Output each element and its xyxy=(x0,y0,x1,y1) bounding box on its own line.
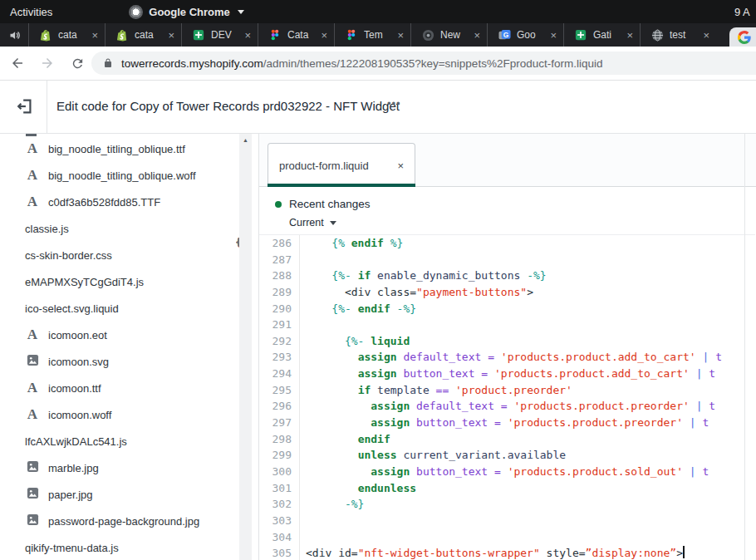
sheets-favicon xyxy=(192,28,205,42)
header-divider xyxy=(47,81,47,133)
code-line-293[interactable]: 293 assign default_text = 'products.prod… xyxy=(259,349,744,366)
code-line-288[interactable]: 288 {%- if enable_dynamic_buttons -%} xyxy=(259,268,744,284)
tab-close-icon[interactable]: × xyxy=(474,30,480,41)
version-dropdown[interactable]: Current xyxy=(289,217,336,228)
code-line-292[interactable]: 292 {%- liquid xyxy=(259,333,744,350)
code-line-294[interactable]: 294 assign button_text = 'products.produ… xyxy=(259,366,744,382)
browser-tab-tem[interactable]: Tem× xyxy=(334,23,410,47)
unsaved-changes-dot xyxy=(275,201,282,208)
line-number: 287 xyxy=(259,252,300,268)
file-row[interactable]: Ac0df3a6b528fdd85.TTF xyxy=(0,189,238,215)
browser-tab-cata[interactable]: cata× xyxy=(105,23,181,47)
sidebar-scrollbar[interactable]: ▲ xyxy=(239,134,252,560)
file-name: paper.jpg xyxy=(48,489,93,501)
browser-toolbar: towerrecords.myshopify.com/admin/themes/… xyxy=(0,47,756,81)
code-editor-panel: product-form.liquid × Recent changes Cur… xyxy=(259,134,756,560)
file-row[interactable]: {/}lfcAXLwjkDALc541.js xyxy=(0,428,238,454)
tab-label: Tem xyxy=(364,29,391,41)
line-number: 297 xyxy=(259,415,300,431)
tab-close-icon[interactable]: × xyxy=(168,30,174,41)
file-row[interactable]: Abig_noodle_titling_oblique.woff xyxy=(0,162,238,189)
exit-code-editor-button[interactable] xyxy=(13,95,37,118)
file-name: big_noodle_titling_oblique.ttf xyxy=(48,143,185,155)
scroll-up-arrow-icon[interactable]: ▲ xyxy=(239,137,252,143)
tab-close-icon[interactable]: × xyxy=(321,30,327,41)
line-content xyxy=(300,529,306,546)
code-line-300[interactable]: 300 assign button_text = 'products.produ… xyxy=(259,464,744,480)
file-row[interactable]: Aicomoon.woff xyxy=(0,401,238,428)
file-row[interactable]: {/}ico-select.svg.liquid xyxy=(0,295,238,322)
line-content: endunless xyxy=(300,480,416,497)
back-button[interactable] xyxy=(5,51,30,76)
file-row[interactable]: Aicomoon.eot xyxy=(0,322,238,348)
code-line-301[interactable]: 301 endunless xyxy=(259,480,744,497)
tab-label: Gati xyxy=(593,29,621,41)
code-file-icon: {/} xyxy=(0,237,258,248)
file-row[interactable]: icomoon.svg xyxy=(0,348,238,375)
code-line-289[interactable]: 289 <div class="payment-buttons"> xyxy=(259,284,744,301)
browser-tab-gati[interactable]: Gati× xyxy=(563,23,640,47)
line-content: assign default_text = 'products.product.… xyxy=(300,398,715,415)
tab-close-icon[interactable]: × xyxy=(397,30,404,41)
code-area[interactable]: 286 {% endif %}287288 {%- if enable_dyna… xyxy=(259,235,744,560)
browser-tab-test[interactable]: test× xyxy=(640,23,716,47)
file-row[interactable]: {/}qikify-tmenu-data.js xyxy=(0,534,238,560)
activities-button[interactable]: Activities xyxy=(10,6,52,18)
line-number: 290 xyxy=(259,301,300,317)
font-file-icon: A xyxy=(25,168,40,183)
code-line-296[interactable]: 296 assign default_text = 'products.prod… xyxy=(259,398,744,415)
code-line-298[interactable]: 298 endif xyxy=(259,431,744,448)
code-line-305[interactable]: 305<div id="nft-widget-buttons-wrapper" … xyxy=(259,545,744,560)
address-bar[interactable]: towerrecords.myshopify.com/admin/themes/… xyxy=(91,52,756,75)
file-row[interactable]: {/}eMAPMXSyTCgGdiT4.js xyxy=(0,268,238,295)
tab-label: cata xyxy=(58,29,86,41)
file-name: big_noodle_titling_oblique.woff xyxy=(48,169,196,182)
app-menu-label: Google Chrome xyxy=(149,6,230,18)
image-file-icon xyxy=(25,354,40,370)
file-row[interactable]: paper.jpg xyxy=(0,481,238,508)
tab-close-icon[interactable]: × xyxy=(626,30,633,41)
more-menu-button[interactable]: ••• xyxy=(387,97,401,110)
line-content: assign button_text = 'products.product.a… xyxy=(300,366,715,382)
file-row[interactable]: Abig_noodle_titling_oblique.ttf xyxy=(0,135,238,162)
line-number: 293 xyxy=(259,349,300,366)
forward-button[interactable] xyxy=(35,51,60,76)
line-number: 288 xyxy=(259,268,300,284)
tab-close-icon[interactable]: × xyxy=(550,30,557,41)
browser-tab-cata[interactable]: cata× xyxy=(28,23,105,47)
tab-close-icon[interactable]: × xyxy=(91,30,98,41)
code-line-297[interactable]: 297 assign button_text = 'products.produ… xyxy=(259,415,744,431)
code-line-295[interactable]: 295 if template == 'product.preorder' xyxy=(259,382,744,399)
editor-tab-bar: product-form.liquid × xyxy=(259,134,756,187)
system-top-bar: Activities Google Chrome 9 A xyxy=(0,0,756,23)
editor-tab-close-icon[interactable]: × xyxy=(397,160,404,172)
file-row[interactable]: marble.jpg xyxy=(0,454,238,481)
line-number: 300 xyxy=(259,464,300,480)
url-text: towerrecords.myshopify.com/admin/themes/… xyxy=(121,57,602,70)
browser-tab-goo[interactable]: GGoo× xyxy=(487,23,563,47)
file-name: classie.js xyxy=(25,223,69,235)
code-line-291[interactable]: 291 xyxy=(259,317,744,333)
code-line-303[interactable]: 303 xyxy=(259,513,744,529)
browser-tab-new[interactable]: New× xyxy=(410,23,487,47)
browser-tab-dev[interactable]: DEV× xyxy=(181,23,258,47)
code-line-286[interactable]: 286 {% endif %} xyxy=(259,235,744,252)
editor-tab-product-form[interactable]: product-form.liquid × xyxy=(268,143,415,187)
tab-close-icon[interactable]: × xyxy=(703,30,709,41)
line-number: 289 xyxy=(259,284,300,301)
reload-button[interactable] xyxy=(65,51,90,76)
browser-tab-active-partial[interactable] xyxy=(729,27,756,47)
app-menu[interactable]: Google Chrome xyxy=(129,5,244,19)
file-row[interactable]: password-page-background.jpg xyxy=(0,508,238,534)
code-line-287[interactable]: 287 xyxy=(259,252,744,268)
browser-tab-cata[interactable]: Cata× xyxy=(258,23,334,47)
code-line-304[interactable]: 304 xyxy=(259,529,744,546)
code-line-290[interactable]: 290 {%- endif -%} xyxy=(259,301,744,317)
file-row[interactable]: Aicomoon.ttf xyxy=(0,375,238,401)
line-number: 294 xyxy=(259,366,300,382)
line-number: 305 xyxy=(259,545,300,560)
system-clock[interactable]: 9 A xyxy=(734,6,750,18)
code-line-302[interactable]: 302 -%} xyxy=(259,496,744,513)
code-line-299[interactable]: 299 unless current_variant.available xyxy=(259,447,744,464)
tab-close-icon[interactable]: × xyxy=(244,30,251,41)
